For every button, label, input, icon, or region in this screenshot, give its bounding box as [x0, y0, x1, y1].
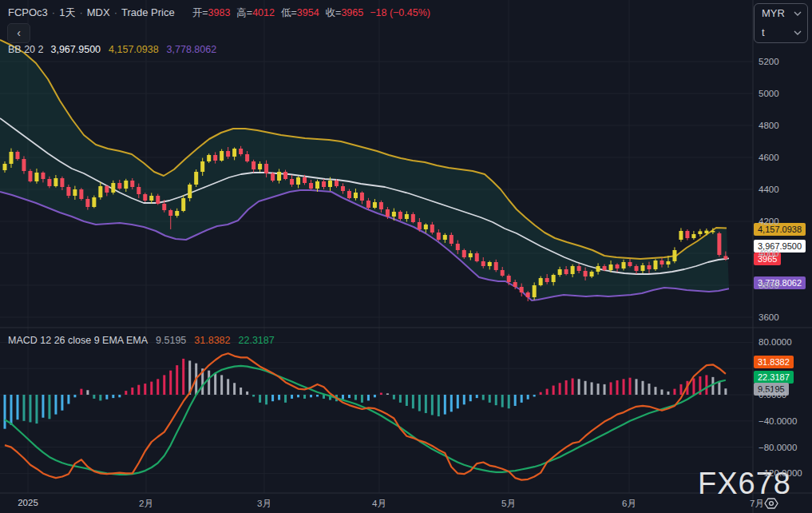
macd-line-value: 31.8382 — [194, 335, 230, 346]
timezone-settings-icon[interactable] — [762, 495, 781, 511]
symbol-name[interactable]: FCPOc3 — [8, 6, 48, 18]
time-tick-label: 2月 — [139, 498, 153, 510]
interval[interactable]: 1天 — [59, 6, 75, 18]
exchange: MDX — [87, 6, 110, 18]
back-button[interactable]: ‹ — [7, 23, 30, 43]
macd-tick-label: −40.0000 — [759, 416, 797, 427]
price-tick-label: 4600 — [759, 153, 779, 163]
bb-upper-value: 4,157.0938 — [109, 44, 159, 55]
price-tick-label: 5200 — [759, 57, 779, 67]
chevron-down-icon — [794, 11, 802, 16]
low-label: 低= — [281, 7, 297, 18]
price-tick-label: 4000 — [759, 249, 779, 259]
ohlc-readout: 开=3983高=4012低=3954收=3965−18 (−0.45%) — [186, 7, 430, 18]
bb-lower-value: 3,778.8062 — [167, 44, 217, 55]
unit-value: t — [762, 26, 765, 38]
chart-canvas[interactable] — [0, 0, 812, 513]
bb-legend-title[interactable]: BB 20 2 — [8, 44, 43, 55]
bb-basis-value: 3,967.9500 — [50, 44, 101, 55]
separator-dot: · — [52, 6, 55, 18]
chevron-down-icon — [794, 30, 802, 35]
price-tick-label: 3600 — [759, 312, 779, 323]
separator-dot: · — [114, 6, 117, 18]
price-tick-label: 4200 — [759, 217, 779, 227]
time-tick-label: 5月 — [501, 498, 516, 510]
back-chevron-icon: ‹ — [17, 26, 21, 39]
macd-legend: MACD 12 26 close 9 EMA EMA9.519531.83822… — [8, 335, 275, 346]
signal-value-label: 22.3187 — [754, 371, 794, 384]
series-type: Trade Price — [121, 6, 175, 18]
time-tick-label: 3月 — [257, 498, 271, 510]
time-tick-label: 2025 — [18, 498, 38, 507]
currency-unit-selector: MYR t — [754, 3, 808, 43]
price-tick-label: 4800 — [759, 121, 779, 131]
change-value: −18 (−0.45%) — [370, 7, 430, 18]
low-value: 3954 — [297, 7, 319, 18]
time-tick-label: 4月 — [372, 498, 386, 510]
macd-tick-label: 0.0000 — [759, 390, 786, 400]
separator-dot: · — [79, 6, 82, 18]
high-value: 4012 — [252, 7, 275, 18]
time-tick-label: 7月 — [750, 498, 764, 510]
currency-value: MYR — [762, 7, 785, 19]
close-label: 收= — [326, 7, 342, 18]
macd-tick-label: −80.0000 — [759, 443, 797, 453]
close-value: 3965 — [341, 7, 363, 18]
macd-hist-value: 9.5195 — [156, 335, 186, 346]
time-tick-label: 6月 — [622, 498, 636, 510]
macd-signal-value: 22.3187 — [239, 335, 275, 346]
price-tick-label: 4400 — [759, 185, 779, 195]
high-label: 高= — [236, 7, 252, 18]
macd-tick-label: −120.0000 — [759, 468, 802, 479]
unit-dropdown[interactable]: t — [755, 23, 807, 42]
trading-chart-app: { "header": { "symbol": "FCPOc3", "dot":… — [0, 0, 812, 513]
macd-tick-label: 80.0000 — [759, 337, 792, 348]
macd-value-label: 31.8382 — [754, 356, 794, 368]
price-tick-label: 5000 — [759, 89, 779, 99]
bb-legend: BB 20 23,967.95004,157.09383,778.8062 — [8, 44, 216, 55]
price-tick-label: 3800 — [759, 280, 779, 291]
open-value: 3983 — [208, 7, 231, 18]
symbol-header: FCPOc3·1天·MDX·Trade Price开=3983高=4012低=3… — [8, 6, 430, 20]
currency-dropdown[interactable]: MYR — [755, 4, 807, 23]
open-label: 开= — [192, 7, 208, 18]
macd-legend-title[interactable]: MACD 12 26 close 9 EMA EMA — [8, 335, 148, 346]
